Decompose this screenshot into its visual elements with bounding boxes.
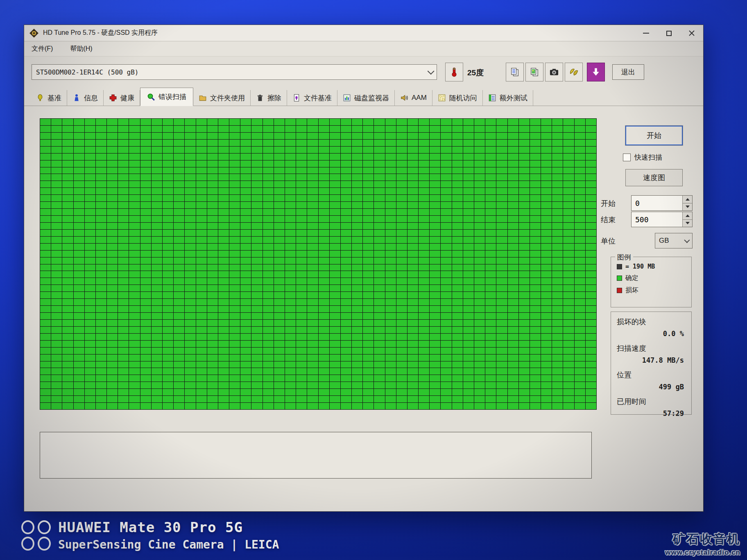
dotted-square-icon [438,94,446,102]
tab-file-benchmark[interactable]: 文件基准 [287,90,337,106]
stat-value: 147.8 MB/s [617,356,686,364]
close-icon [688,30,695,36]
stat-position: 位置 499 gB [617,370,686,391]
stat-label: 损坏的块 [617,318,646,326]
chevron-down-icon [684,237,690,243]
menu-file[interactable]: 文件(F) [30,43,54,54]
stat-value: 57:29 [617,409,686,418]
health-cross-icon [109,94,117,102]
hdtune-window: HD Tune Pro 5.75 - 硬盘/SSD 实用程序 文件(F) 帮助(… [24,25,704,512]
forum-url: www.crystalradio.cn [665,549,740,557]
range-start-spinner[interactable] [682,196,692,210]
info-icon [72,94,81,102]
donate-button[interactable] [565,63,583,81]
range-start-label: 开始 [601,199,616,208]
menu-help[interactable]: 帮助(H) [68,43,94,54]
tab-label: 文件夹使用 [210,93,245,103]
down-arrow-icon [591,67,601,77]
magnifier-icon [147,93,155,101]
close-button[interactable] [680,25,703,41]
tab-error-scan[interactable]: 错误扫描 [140,88,193,106]
window-title: HD Tune Pro 5.75 - 硬盘/SSD 实用程序 [43,29,158,37]
toolbar: ST500DM002-1ER14C (500 gB) 25度 [24,57,703,87]
unit-label: 单位 [601,236,616,246]
start-scan-button[interactable]: 开始 [625,126,683,145]
file-bulb-icon [292,94,301,102]
block-size-label: = 190 MB [625,263,655,270]
drive-select-value: ST500DM002-1ER14C (500 gB) [36,68,138,76]
speed-map-button[interactable]: 速度图 [625,169,683,186]
spin-up-icon[interactable] [683,212,692,219]
hdtune-logo-icon [29,28,39,38]
donate-leaf-icon [568,66,579,78]
titlebar: HD Tune Pro 5.75 - 硬盘/SSD 实用程序 [24,25,703,41]
stat-label: 扫描速度 [617,344,646,352]
tab-extra-tests[interactable]: 额外测试 [483,90,533,106]
camera-rings-icon [21,519,52,551]
update-button[interactable] [587,63,605,81]
legend-ok: 确定 [617,274,691,282]
speed-map-label: 速度图 [643,173,665,183]
copy-text-icon [509,67,520,77]
screenshot-button[interactable] [545,63,563,81]
unit-select[interactable]: GB [655,233,693,248]
stat-value: 0.0 % [617,330,686,338]
tab-aam[interactable]: AAM [395,90,432,106]
bad-label: 损坏 [625,286,638,295]
tab-health[interactable]: 健康 [104,90,140,106]
range-start-field [631,195,693,211]
bulb-icon [36,94,44,102]
temperature-indicator[interactable] [445,63,463,81]
tab-label: 擦除 [267,93,281,103]
copy-text-button[interactable] [506,63,524,81]
quick-scan-checkbox[interactable] [623,154,631,161]
folder-icon [199,94,207,102]
legend-box: 图例 = 190 MB 确定 损坏 [611,257,692,307]
chevron-down-icon [428,68,435,75]
stat-label: 已用时间 [617,397,646,406]
tab-erase[interactable]: 擦除 [251,90,287,106]
copy-image-button[interactable] [525,63,543,81]
tab-label: 随机访问 [449,93,477,103]
tab-label: 错误扫描 [158,92,186,102]
stat-label: 位置 [617,371,632,379]
watermark-camera: SuperSensing Cine Camera | LEICA [58,538,279,551]
stat-value: 499 gB [617,383,686,391]
tab-benchmark[interactable]: 基准 [31,90,67,106]
range-start-input[interactable] [632,196,682,210]
ok-label: 确定 [625,274,638,282]
tab-label: 额外测试 [500,93,527,103]
range-end-field [631,212,693,227]
exit-button[interactable]: 退出 [612,64,644,80]
tabstrip: 基准 信息 健康 错误扫描 文件夹使用 擦除 文件基准 磁盘监视器 [24,87,703,106]
tab-disk-monitor[interactable]: 磁盘监视器 [337,90,395,106]
copy-image-icon [529,67,540,77]
block-swatch [617,264,622,269]
scan-stats-box: 损坏的块 0.0 % 扫描速度 147.8 MB/s 位置 499 gB 已用时… [611,312,692,415]
tab-folder-usage[interactable]: 文件夹使用 [193,90,251,106]
tab-label: 健康 [120,93,134,103]
tab-label: 磁盘监视器 [354,93,389,103]
scan-grid [40,118,597,410]
bar-chart-icon [343,94,351,102]
range-end-input[interactable] [632,212,682,227]
spin-down-icon[interactable] [683,219,692,227]
menubar: 文件(F) 帮助(H) [24,42,703,56]
minimize-button[interactable] [634,25,657,41]
watermark-device: HUAWEI Mate 30 Pro 5G [58,519,279,535]
quick-scan-label: 快速扫描 [634,153,662,162]
camera-icon [548,67,560,77]
range-end-spinner[interactable] [682,212,692,227]
tab-info[interactable]: 信息 [67,90,104,106]
maximize-icon [666,31,672,36]
tab-random-access[interactable]: 随机访问 [432,90,483,106]
maximize-button[interactable] [657,25,680,41]
speaker-icon [400,94,408,102]
stat-scan-speed: 扫描速度 147.8 MB/s [617,343,686,364]
spin-down-icon[interactable] [683,203,692,211]
drive-select[interactable]: ST500DM002-1ER14C (500 gB) [32,64,437,80]
spin-up-icon[interactable] [683,196,692,203]
range-end-label: 结束 [601,215,616,225]
unit-select-value: GB [659,237,669,245]
forum-name: 矿石收音机 [665,531,740,548]
